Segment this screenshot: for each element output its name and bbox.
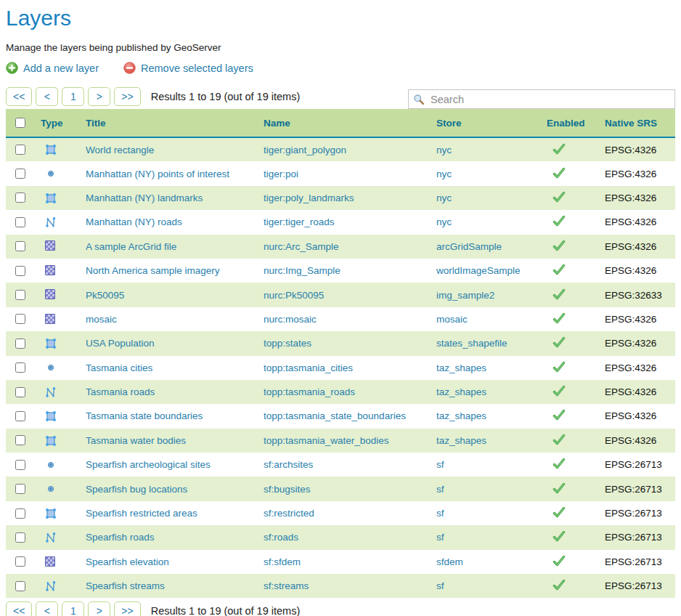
layer-name-link[interactable]: tiger:tiger_roads xyxy=(264,216,335,227)
store-link[interactable]: sf xyxy=(436,508,444,519)
prev-page-button[interactable]: < xyxy=(36,601,58,616)
search-input[interactable] xyxy=(408,89,675,109)
layer-name-link[interactable]: sf:archsites xyxy=(264,459,313,470)
layer-title-link[interactable]: Manhattan (NY) landmarks xyxy=(86,192,203,203)
layer-name-link[interactable]: nurc:mosaic xyxy=(264,314,317,325)
table-row: Pk50095 nurc:Pk50095 img_sample2 EPSG:32… xyxy=(6,283,675,307)
layer-name-link[interactable]: sf:streams xyxy=(264,580,309,591)
layer-title-link[interactable]: Manhattan (NY) points of interest xyxy=(86,169,229,179)
row-checkbox[interactable] xyxy=(15,411,25,421)
layer-name-link[interactable]: sf:bugsites xyxy=(264,484,311,495)
layer-title-link[interactable]: Manhattan (NY) roads xyxy=(86,216,182,227)
last-page-button[interactable]: >> xyxy=(114,87,140,106)
store-link[interactable]: sf xyxy=(436,459,444,470)
next-page-button[interactable]: > xyxy=(88,601,110,616)
layer-name-link[interactable]: nurc:Pk50095 xyxy=(264,290,324,301)
store-link[interactable]: sf xyxy=(436,532,444,543)
store-link[interactable]: taz_shapes xyxy=(436,435,486,446)
store-link[interactable]: mosaic xyxy=(436,314,468,325)
store-link[interactable]: nyc xyxy=(436,145,452,155)
row-checkbox[interactable] xyxy=(15,241,25,251)
first-page-button[interactable]: << xyxy=(6,87,32,106)
prev-page-button[interactable]: < xyxy=(36,87,58,106)
last-page-button[interactable]: >> xyxy=(114,601,140,616)
row-checkbox[interactable] xyxy=(15,460,25,470)
store-link[interactable]: img_sample2 xyxy=(436,290,494,301)
row-checkbox[interactable] xyxy=(15,556,25,567)
select-all-checkbox[interactable] xyxy=(15,118,25,128)
row-checkbox[interactable] xyxy=(15,581,25,591)
layer-name-link[interactable]: topp:tasmania_cities xyxy=(264,362,353,373)
layer-title-link[interactable]: mosaic xyxy=(86,314,117,325)
first-page-button[interactable]: << xyxy=(6,601,32,616)
add-layer-link[interactable]: Add a new layer xyxy=(6,62,99,74)
layer-title-link[interactable]: Spearfish restricted areas xyxy=(86,508,197,519)
layer-title-link[interactable]: Tasmania water bodies xyxy=(86,435,186,446)
layer-name-link[interactable]: tiger:poly_landmarks xyxy=(264,192,354,203)
row-checkbox[interactable] xyxy=(15,435,25,445)
header-type[interactable]: Type xyxy=(35,109,80,137)
layer-title-link[interactable]: Spearfish roads xyxy=(86,532,155,543)
store-link[interactable]: taz_shapes xyxy=(436,362,486,373)
layer-name-link[interactable]: nurc:Img_Sample xyxy=(264,265,340,276)
header-enabled[interactable]: Enabled xyxy=(541,109,599,137)
row-checkbox[interactable] xyxy=(15,314,25,324)
row-checkbox[interactable] xyxy=(15,169,25,179)
header-title[interactable]: Title xyxy=(80,109,258,137)
layer-name-link[interactable]: sf:sfdem xyxy=(264,556,301,567)
layer-name-link[interactable]: nurc:Arc_Sample xyxy=(264,241,339,252)
layer-name-link[interactable]: tiger:poi xyxy=(264,169,298,179)
store-link[interactable]: taz_shapes xyxy=(436,410,486,421)
layer-title-link[interactable]: Tasmania roads xyxy=(86,386,155,397)
layer-name-link[interactable]: tiger:giant_polygon xyxy=(264,145,346,155)
row-checkbox[interactable] xyxy=(15,362,25,373)
layer-title-link[interactable]: Tasmania state boundaries xyxy=(86,410,203,421)
row-checkbox[interactable] xyxy=(15,266,25,276)
layer-name-link[interactable]: topp:tasmania_state_boundaries xyxy=(264,410,406,421)
layer-title-link[interactable]: USA Population xyxy=(86,338,155,349)
polygon-icon xyxy=(45,144,57,155)
row-checkbox[interactable] xyxy=(15,145,25,155)
row-checkbox[interactable] xyxy=(15,484,25,494)
store-link[interactable]: states_shapefile xyxy=(436,338,507,349)
store-link[interactable]: sf xyxy=(436,484,444,495)
enabled-check-icon xyxy=(552,167,566,179)
row-checkbox[interactable] xyxy=(15,387,25,397)
store-link[interactable]: arcGridSample xyxy=(436,241,502,252)
layer-title-link[interactable]: A sample ArcGrid file xyxy=(86,241,176,252)
current-page-button[interactable]: 1 xyxy=(62,601,84,616)
table-row: Spearfish elevation sf:sfdem sfdem EPSG:… xyxy=(6,550,675,574)
store-link[interactable]: sfdem xyxy=(436,556,463,567)
layer-title-link[interactable]: Spearfish elevation xyxy=(86,556,169,567)
store-link[interactable]: taz_shapes xyxy=(436,386,486,397)
layer-title-link[interactable]: World rectangle xyxy=(86,145,154,155)
remove-layers-link[interactable]: Remove selected layers xyxy=(123,62,253,74)
layer-title-link[interactable]: North America sample imagery xyxy=(86,265,220,276)
store-link[interactable]: nyc xyxy=(436,216,452,227)
row-checkbox[interactable] xyxy=(15,290,25,300)
layer-name-link[interactable]: sf:roads xyxy=(264,532,298,543)
layer-title-link[interactable]: Pk50095 xyxy=(86,290,124,301)
row-checkbox[interactable] xyxy=(15,508,25,519)
store-link[interactable]: nyc xyxy=(436,192,452,203)
layer-title-link[interactable]: Tasmania cities xyxy=(86,362,152,373)
next-page-button[interactable]: > xyxy=(88,87,110,106)
layer-name-link[interactable]: topp:tasmania_water_bodies xyxy=(264,435,389,446)
row-checkbox[interactable] xyxy=(15,532,25,543)
current-page-button[interactable]: 1 xyxy=(62,87,84,106)
row-checkbox[interactable] xyxy=(15,192,25,203)
layer-name-link[interactable]: topp:states xyxy=(264,338,311,349)
store-link[interactable]: worldImageSample xyxy=(436,265,521,276)
layer-title-link[interactable]: Spearfish streams xyxy=(86,580,165,591)
header-store[interactable]: Store xyxy=(431,109,541,137)
row-checkbox[interactable] xyxy=(15,339,25,349)
row-checkbox[interactable] xyxy=(15,217,25,227)
layer-title-link[interactable]: Spearfish archeological sites xyxy=(86,459,211,470)
store-link[interactable]: nyc xyxy=(436,169,452,179)
native-srs-value: EPSG:4326 xyxy=(599,235,675,259)
layer-name-link[interactable]: topp:tasmania_roads xyxy=(264,386,355,397)
layer-title-link[interactable]: Spearfish bug locations xyxy=(86,484,187,495)
store-link[interactable]: sf xyxy=(436,580,444,591)
layer-name-link[interactable]: sf:restricted xyxy=(264,508,314,519)
header-name[interactable]: Name xyxy=(258,109,431,137)
